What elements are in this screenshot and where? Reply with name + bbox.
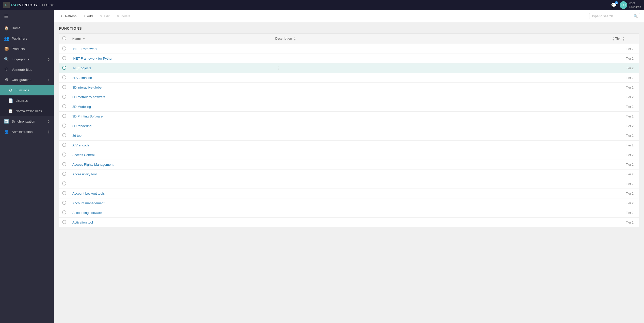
- row-name-link[interactable]: .NET Framework: [72, 47, 97, 51]
- sidebar-item-products[interactable]: 📦 Products: [0, 44, 54, 54]
- row-name-link[interactable]: 3D metrology software: [72, 95, 105, 99]
- row-checkbox[interactable]: [62, 133, 66, 137]
- row-name-link[interactable]: 3D Modeling: [72, 105, 91, 109]
- row-name-link[interactable]: Activation tool: [72, 220, 93, 224]
- sidebar-item-administration[interactable]: 👤 Administration ❯: [0, 127, 54, 137]
- table-row[interactable]: 3d toolTier 2: [59, 131, 639, 141]
- row-checkbox[interactable]: [62, 143, 66, 147]
- row-checkbox[interactable]: [62, 95, 66, 99]
- row-checkbox[interactable]: [62, 191, 66, 195]
- table-row[interactable]: Account Lockout toolsTier 2: [59, 189, 639, 198]
- col-header-description[interactable]: Description ▲▼: [272, 34, 608, 44]
- row-name-link[interactable]: Access Control: [72, 153, 94, 157]
- row-checkbox[interactable]: [62, 220, 66, 224]
- add-button[interactable]: + Add: [81, 13, 96, 20]
- row-checkbox[interactable]: [62, 46, 66, 50]
- row-name-link[interactable]: .NET objects: [72, 66, 91, 70]
- sidebar-item-normalization-rules[interactable]: 📋 Normalization rules: [0, 106, 54, 116]
- row-name-cell: Accessibility tool: [69, 169, 272, 179]
- row-tier-cell: Tier 2: [608, 83, 639, 92]
- row-tier-cell: Tier 2: [608, 141, 639, 150]
- col-desc-label: Description: [275, 37, 292, 40]
- row-name-link[interactable]: 3D Printing Software: [72, 114, 103, 118]
- notifications-button[interactable]: 💬 0: [611, 2, 617, 8]
- sidebar-item-configuration[interactable]: ⚙ Configuration ∨: [0, 75, 54, 85]
- row-checkbox[interactable]: [62, 66, 66, 70]
- row-name-link[interactable]: 2D Animation: [72, 76, 92, 80]
- row-checkbox[interactable]: [62, 181, 66, 185]
- sidebar-item-functions[interactable]: ⚙ Functions: [0, 85, 54, 95]
- table-row[interactable]: 3D renderingTier 2: [59, 121, 639, 131]
- row-name-link[interactable]: 3D interactive globe: [72, 86, 102, 89]
- row-checkbox[interactable]: [62, 210, 66, 214]
- row-name-link[interactable]: Access Rights Management: [72, 163, 114, 166]
- row-checkbox[interactable]: [62, 201, 66, 205]
- row-checkbox-cell: [59, 208, 70, 218]
- col-tier-label: Tier: [615, 37, 621, 40]
- row-checkbox[interactable]: [62, 114, 66, 118]
- sidebar-item-home[interactable]: 🏠 Home: [0, 23, 54, 33]
- table-row[interactable]: Access Rights ManagementTier 2: [59, 160, 639, 169]
- sort-name-icon: ▼: [83, 37, 85, 40]
- edit-button[interactable]: ✎ Edit: [97, 13, 112, 20]
- row-name-link[interactable]: Accounting software: [72, 211, 102, 215]
- search-icon: 🔍: [634, 14, 638, 18]
- row-name-link[interactable]: .NET Framework for Python: [72, 57, 113, 60]
- sidebar-toggle[interactable]: ☰: [0, 10, 54, 23]
- select-all-checkbox[interactable]: [62, 36, 66, 40]
- row-checkbox[interactable]: [62, 162, 66, 166]
- table-row[interactable]: Access ControlTier 2: [59, 150, 639, 160]
- row-checkbox[interactable]: [62, 152, 66, 157]
- delete-button[interactable]: ✕ Delete: [114, 13, 134, 20]
- table-row[interactable]: .NET objects⋮Tier 2: [59, 63, 639, 73]
- sidebar-item-vulnerabilities[interactable]: 🛡 Vulnerabilities: [0, 64, 54, 75]
- row-checkbox[interactable]: [62, 75, 66, 79]
- row-checkbox[interactable]: [62, 85, 66, 89]
- table-row[interactable]: 3D Printing SoftwareTier 2: [59, 112, 639, 121]
- table-row[interactable]: Accessibility toolTier 2: [59, 169, 639, 179]
- table-row[interactable]: Account managementTier 2: [59, 198, 639, 208]
- sidebar-item-synchronization[interactable]: 🔄 Synchronization ❯: [0, 116, 54, 127]
- table-row[interactable]: Tier 2: [59, 179, 639, 189]
- search-input[interactable]: [591, 14, 632, 18]
- sidebar-item-licenses[interactable]: 📄 Licenses: [0, 95, 54, 106]
- delete-icon: ✕: [117, 14, 120, 18]
- page-title: FUNCTIONS: [59, 26, 639, 30]
- synchronization-icon: 🔄: [4, 119, 9, 124]
- row-actions-menu[interactable]: ⋮: [275, 65, 282, 71]
- row-name-link[interactable]: 3d tool: [72, 134, 82, 138]
- table-row[interactable]: A/V encoderTier 2: [59, 141, 639, 150]
- table-row[interactable]: 3D interactive globeTier 2: [59, 83, 639, 92]
- refresh-button[interactable]: ↻ Refresh: [58, 13, 80, 20]
- row-checkbox[interactable]: [62, 124, 66, 128]
- row-name-link[interactable]: Account Lockout tools: [72, 192, 105, 195]
- row-checkbox[interactable]: [62, 104, 66, 108]
- user-menu-button[interactable]: LO root SiteAdmin: [620, 1, 641, 9]
- sidebar-item-fingerprints[interactable]: 🔍 Fingerprints ❯: [0, 54, 54, 64]
- row-tier-cell: Tier 2: [608, 131, 639, 141]
- sidebar-item-publishers[interactable]: 👥 Publishers: [0, 33, 54, 44]
- table-row[interactable]: Accounting softwareTier 2: [59, 208, 639, 218]
- row-name-link[interactable]: Accessibility tool: [72, 172, 96, 176]
- user-name: root: [629, 2, 641, 6]
- tier-value: Tier 2: [626, 76, 634, 80]
- table-row[interactable]: .NET Framework for PythonTier 2: [59, 54, 639, 63]
- table-row[interactable]: 2D AnimationTier 2: [59, 73, 639, 83]
- col-header-name[interactable]: Name ▼: [69, 34, 272, 44]
- col-header-tier[interactable]: ▲▼ Tier ▲▼: [608, 34, 639, 44]
- tier-value: Tier 2: [626, 124, 634, 128]
- row-checkbox-cell: [59, 121, 70, 131]
- row-name-link[interactable]: A/V encoder: [72, 143, 91, 147]
- row-description-cell: [272, 102, 608, 112]
- row-name-link[interactable]: Account management: [72, 201, 104, 205]
- row-checkbox[interactable]: [62, 56, 66, 60]
- row-name-link[interactable]: 3D rendering: [72, 124, 91, 128]
- table-row[interactable]: .NET FrameworkTier 2: [59, 44, 639, 54]
- table-row[interactable]: 3D ModelingTier 2: [59, 102, 639, 112]
- row-checkbox[interactable]: [62, 172, 66, 176]
- table-row[interactable]: 3D metrology softwareTier 2: [59, 92, 639, 102]
- search-box: 🔍: [589, 13, 640, 19]
- table-row[interactable]: Activation toolTier 2: [59, 218, 639, 227]
- row-checkbox-cell: [59, 73, 70, 83]
- avatar: LO: [620, 1, 627, 9]
